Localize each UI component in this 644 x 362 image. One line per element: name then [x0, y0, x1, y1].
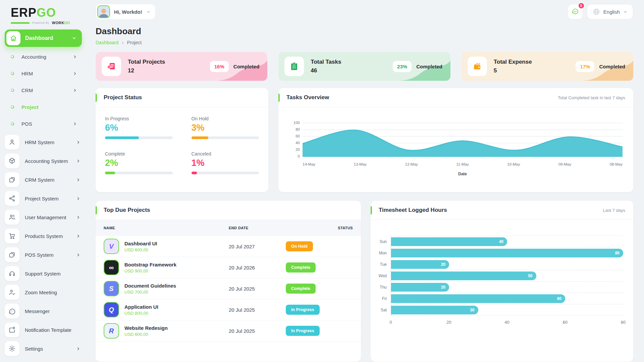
x-axis-tick-label: 10-May: [507, 162, 520, 166]
language-selector[interactable]: English: [587, 4, 633, 19]
sidebar-item-project[interactable]: Project: [5, 99, 82, 115]
project-status-card: Project Status In Progress 6% On Hold 3%…: [96, 88, 268, 192]
top-due-projects-card: Top Due Projects NAME END DATE STATUS V …: [96, 201, 361, 362]
project-name: Website Redesign: [124, 325, 168, 331]
total-tasks-card: Total Tasks 46 23% Completed: [278, 52, 450, 81]
table-row[interactable]: S Document Guidelines USD 700,00 20 Jul …: [96, 278, 361, 299]
timesheet-card: Timesheet Logged Hours Last 7 days SunMo…: [371, 201, 633, 362]
bar-row: 80: [391, 247, 623, 259]
table-row[interactable]: R Website Redesign USD 600,00 20 Jul 202…: [96, 320, 361, 342]
sidebar-item-accounting-system[interactable]: Accounting System: [5, 152, 82, 170]
project-name: Document Guidelines: [124, 283, 176, 289]
sidebar-item-crm[interactable]: CRM: [5, 82, 82, 99]
table-row[interactable]: V Dashboard UI USD 600,00 20 Jul 2027 On…: [96, 236, 361, 257]
sidebar-item-hrm[interactable]: HRM: [5, 65, 82, 82]
sidebar-item-settings[interactable]: Settings: [5, 339, 82, 358]
sidebar-item-support-system[interactable]: Support System: [5, 264, 82, 283]
sidebar-item-user-management[interactable]: User Management: [5, 208, 82, 227]
project-price: USD 800,00: [124, 311, 158, 316]
progress-fill: [105, 172, 115, 174]
cards-icon: [5, 172, 19, 187]
notifications-button[interactable]: 0: [568, 4, 583, 19]
tasks-overview-chart: 100806040200: [303, 123, 623, 157]
projects-icon: [102, 57, 121, 76]
chevron-right-icon: [76, 159, 80, 163]
header-accent-bar: [96, 94, 97, 102]
stat-value: 12: [128, 67, 165, 74]
app-logo[interactable]: ERPGO Powered By WORKDO: [11, 7, 82, 25]
chevron-down-icon: [146, 10, 151, 14]
bar-category-label: Fri: [375, 293, 391, 304]
share-icon: [5, 191, 19, 206]
x-axis-labels: 14-May13-May12-May11-May10-May09-May08-M…: [303, 162, 623, 166]
bar-category-label: Thu: [375, 282, 391, 293]
y-axis-tick-label: 60: [289, 134, 300, 138]
sidebar-item-dashboard[interactable]: Dashboard: [5, 29, 82, 47]
cards-icon: [5, 247, 19, 262]
sidebar-item-hrm-system[interactable]: HRM System: [5, 133, 82, 152]
chat-bubble-icon: [571, 8, 579, 16]
wallet-icon: [468, 57, 487, 76]
sidebar-item-messenger[interactable]: Messenger: [5, 302, 82, 320]
bar-row: 20: [391, 282, 623, 293]
bar: 80: [391, 249, 623, 257]
sidebar-item-label: Dashboard: [25, 35, 67, 41]
x-axis-title: Date: [303, 172, 623, 176]
avatar: [97, 5, 110, 18]
table-row[interactable]: Q Application UI USD 800,00 20 Jul 2025 …: [96, 299, 361, 320]
topbar: Hi, Workdo! 0 English: [96, 3, 633, 20]
completed-label: Completed: [233, 64, 260, 69]
y-axis-tick-label: 80: [289, 127, 300, 131]
headset-icon: [5, 266, 19, 281]
project-price: USD 600,00: [124, 332, 168, 337]
bullet-icon: [11, 55, 14, 58]
x-axis-tick-label: 09-May: [558, 162, 571, 166]
bar: 20: [391, 260, 449, 269]
progress-fill: [105, 136, 139, 139]
bar-row: 30: [391, 304, 623, 316]
status-badge: On Hold: [286, 241, 313, 251]
chevron-down-icon: [623, 10, 628, 14]
bar-chart-x-axis: 020406080: [391, 320, 623, 326]
notification-count-badge: 0: [578, 2, 585, 9]
sidebar-item-pos-system[interactable]: POS System: [5, 245, 82, 264]
profile-menu[interactable]: Hi, Workdo!: [96, 4, 156, 20]
bar: 50: [391, 272, 536, 280]
y-axis-tick-label: 20: [289, 147, 300, 152]
status-metric-in-progress: In Progress 6%: [105, 116, 173, 139]
x-axis-tick-label: 11-May: [456, 162, 469, 166]
sidebar: ERPGO Powered By WORKDO Dashboard Accoun…: [0, 0, 87, 362]
workdo-brand: WORKDO: [52, 21, 70, 25]
users-icon: [5, 210, 19, 225]
y-axis-tick-label: 0: [289, 154, 300, 158]
percent-badge: 17%: [576, 61, 594, 72]
sidebar-item-accounting[interactable]: Accounting: [5, 48, 82, 65]
bar-category-label: Sat: [375, 304, 391, 316]
end-date: 20 Jul 2026: [229, 265, 286, 270]
sidebar-item-pos[interactable]: POS: [5, 115, 82, 132]
greeting-label: Hi, Workdo!: [114, 9, 142, 15]
status-badge: Complete: [286, 284, 316, 294]
sidebar-item-products-system[interactable]: Products System: [5, 227, 82, 245]
tasks-icon: [284, 57, 304, 76]
status-badge: Complete: [286, 262, 316, 273]
project-avatar: S: [104, 281, 119, 296]
bar-chart-plot: 40802050206030: [391, 236, 623, 316]
breadcrumb-current: Project: [127, 40, 142, 45]
stat-value: 46: [311, 67, 341, 74]
breadcrumb-dashboard-link[interactable]: Dashboard: [96, 40, 119, 45]
x-axis-tick-label: 08-May: [610, 162, 623, 166]
chevron-down-icon: [72, 36, 76, 41]
sidebar-item-zoom-meeting[interactable]: Zoom Meeting: [5, 283, 82, 302]
chevron-right-icon: [76, 234, 80, 238]
bar: 60: [391, 294, 565, 303]
sidebar-item-crm-system[interactable]: CRM System: [5, 170, 82, 189]
total-expense-card: Total Expense 5 17% Completed: [462, 52, 633, 81]
sidebar-item-project-system[interactable]: Project System: [5, 189, 82, 208]
sidebar-item-notification-template[interactable]: Notification Template: [5, 320, 82, 339]
chevron-right-icon: [76, 140, 80, 144]
bar: 20: [391, 283, 449, 292]
table-row[interactable]: ∞ Bootstrap Framework USD 900,00 20 Jul …: [96, 257, 361, 278]
y-axis-tick-label: 100: [289, 121, 300, 125]
x-axis-tick-label: 14-May: [303, 162, 315, 166]
